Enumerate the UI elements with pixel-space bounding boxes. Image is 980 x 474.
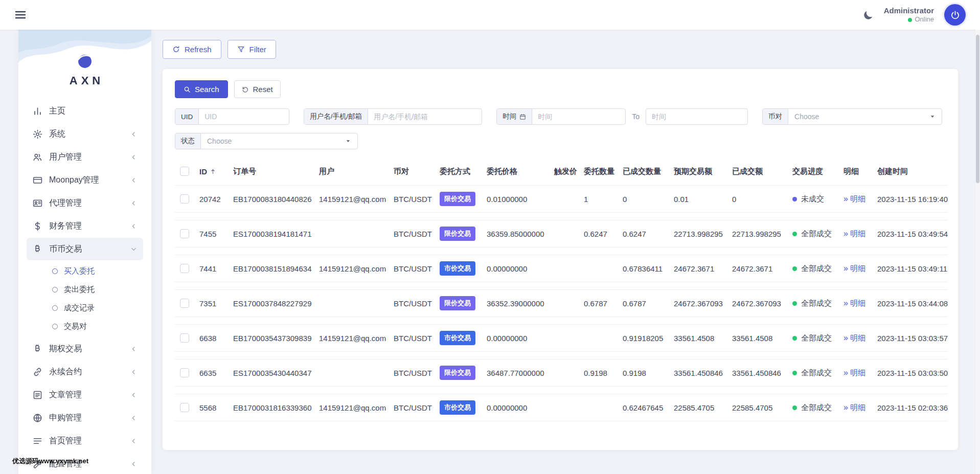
cell-filled-total: 33561.4508	[728, 324, 788, 352]
scrollbar-thumb[interactable]	[976, 35, 979, 183]
row-checkbox[interactable]	[180, 229, 189, 238]
submenu-item-label: 交易对	[64, 322, 87, 331]
detail-link[interactable]: »明细	[844, 194, 865, 203]
user-input[interactable]	[368, 109, 482, 124]
cell-expected-total: 22585.4705	[670, 394, 728, 421]
row-checkbox[interactable]	[180, 403, 189, 412]
sidebar-item-user-mgmt[interactable]: 用户管理	[27, 146, 143, 168]
cell-checkbox	[175, 359, 195, 387]
cell-id: 20742	[195, 185, 229, 213]
cell-order-type: 限价交易	[436, 185, 483, 213]
reset-button[interactable]: Reset	[234, 80, 281, 98]
cell-pair: BTC/USDT	[390, 255, 436, 282]
detail-link[interactable]: »明细	[844, 229, 865, 238]
col-header-label: 委托数量	[584, 167, 614, 175]
cell-user: 14159121@qq.com	[315, 394, 390, 421]
refresh-button[interactable]: Refresh	[163, 40, 221, 59]
time-from-input[interactable]	[532, 109, 625, 124]
row-checkbox[interactable]	[180, 368, 189, 377]
time-to-input[interactable]	[646, 108, 748, 125]
row-checkbox[interactable]	[180, 194, 189, 204]
detail-link[interactable]: »明细	[844, 368, 865, 377]
submenu-item-sell-orders[interactable]: 卖出委托	[27, 280, 143, 299]
sidebar-item-spot-trade[interactable]: 币币交易	[27, 238, 143, 260]
cell-trigger-price	[550, 359, 580, 387]
col-header-12: 明细	[839, 165, 873, 178]
pair-select[interactable]: Choose	[788, 109, 942, 124]
cell-order-no: ES1700038194181471	[229, 220, 315, 247]
avatar[interactable]	[944, 4, 966, 26]
filter-button[interactable]: Filter	[227, 40, 276, 59]
cell-order-no: EB1700031816339360	[229, 394, 315, 421]
row-checkbox[interactable]	[180, 333, 189, 343]
submenu-item-buy-orders[interactable]: 买入委托	[27, 262, 143, 280]
cell-filled-amount: 0.91918205	[619, 324, 670, 352]
status-label: 全部成交	[801, 229, 832, 239]
cell-pair: BTC/USDT	[390, 185, 436, 213]
reset-label: Reset	[253, 85, 273, 94]
pair-select-value: Choose	[794, 112, 819, 121]
col-header-4: 委托方式	[436, 165, 483, 178]
sidebar-item-label: 期权交易	[49, 344, 82, 354]
sidebar-item-homepage[interactable]: 首页管理	[27, 430, 143, 452]
sidebar-item-subscribe[interactable]: 申购管理	[27, 407, 143, 429]
cell-amount: 0.6787	[580, 289, 619, 317]
uid-input[interactable]	[199, 109, 289, 124]
submenu-item-trade-pairs[interactable]: 交易对	[27, 317, 143, 335]
status-badge: 全部成交	[792, 299, 832, 308]
detail-link[interactable]: »明细	[844, 333, 865, 342]
search-label: Search	[195, 85, 219, 94]
sidebar-item-options[interactable]: 期权交易	[27, 337, 143, 360]
filters-row-2: 状态 Choose	[175, 133, 946, 149]
cell-expected-total: 24672.3671	[670, 255, 728, 282]
row-checkbox[interactable]	[180, 264, 189, 273]
sidebar-item-articles[interactable]: 文章管理	[27, 383, 143, 406]
order-type-badge: 限价交易	[440, 192, 475, 206]
submenu-item-trade-records[interactable]: 成交记录	[27, 299, 143, 317]
uid-label: UID	[175, 109, 199, 124]
sidebar-item-system[interactable]: 系统	[27, 123, 143, 145]
sidebar-item-perpetual[interactable]: 永续合约	[27, 360, 143, 383]
detail-label: 明细	[850, 403, 865, 412]
filter-icon	[237, 46, 245, 53]
row-checkbox[interactable]	[180, 299, 189, 308]
cell-created: 2023-11-15 02:03:36	[873, 394, 948, 421]
sidebar-item-moonpay[interactable]: Moonpay管理	[27, 169, 143, 191]
logo-text: AXN	[70, 74, 104, 87]
col-header-label: 委托价格	[487, 167, 517, 175]
detail-label: 明细	[850, 264, 865, 273]
detail-link[interactable]: »明细	[844, 264, 865, 273]
cell-amount	[580, 324, 619, 352]
detail-link[interactable]: »明细	[844, 299, 865, 307]
sidebar-item-finance[interactable]: 财务管理	[27, 215, 143, 237]
detail-link[interactable]: »明细	[844, 403, 865, 412]
col-header-label: 已成交数量	[623, 167, 661, 175]
cell-filled-amount: 0.67836411	[619, 255, 670, 282]
table-row: 20742EB170008318044082614159121@qq.comBT…	[175, 185, 948, 213]
col-header-label: 创建时间	[877, 167, 908, 175]
col-header-7: 委托数量	[580, 165, 619, 178]
sidebar-item-agent[interactable]: 代理管理	[27, 192, 143, 214]
scrollbar[interactable]	[975, 30, 980, 474]
order-type-badge: 市价交易	[440, 261, 475, 276]
status-select[interactable]: Choose	[201, 133, 357, 149]
search-button[interactable]: Search	[175, 80, 228, 98]
sidebar-item-home[interactable]: 主页	[27, 100, 143, 122]
col-header-0[interactable]: ID	[195, 165, 229, 178]
col-header-label: 委托方式	[440, 167, 470, 175]
sidebar-item-label: 代理管理	[49, 198, 82, 209]
cell-filled-total: 24672.367093	[728, 289, 788, 317]
cell-status: 全部成交	[788, 220, 839, 247]
col-header-label: 明细	[844, 167, 859, 175]
submenu-spot-trade: 买入委托卖出委托成交记录交易对	[27, 261, 143, 337]
dark-mode-toggle[interactable]	[863, 10, 874, 20]
col-header-1: 订单号	[229, 165, 315, 178]
select-all-checkbox[interactable]	[180, 167, 189, 176]
cell-price: 0.00000000	[483, 255, 550, 282]
col-header-10: 已成交额	[728, 165, 788, 178]
cell-expected-total: 0.01	[670, 185, 728, 213]
detail-label: 明细	[850, 299, 865, 307]
menu-toggle-button[interactable]	[14, 9, 27, 21]
time-label-text: 时间	[503, 112, 516, 121]
chevron-left-icon	[130, 131, 137, 138]
